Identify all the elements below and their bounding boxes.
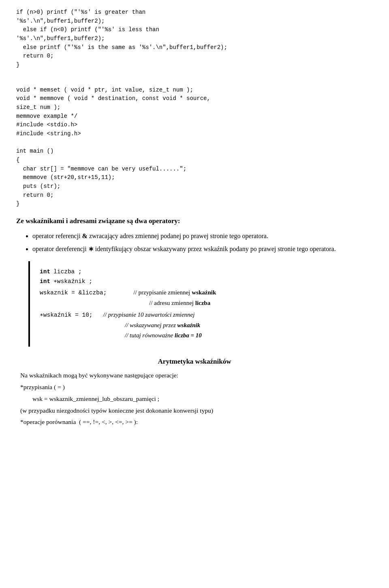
code-wskaznik-eq: wskaznik = &liczba;	[40, 288, 107, 298]
arytmetyka-heading: Arytmetyka wskaźników	[16, 356, 373, 367]
var-wskaznik: ∗wskaźnik ;	[53, 277, 92, 287]
code-line-int-wskaznik: int ∗wskaźnik ;	[40, 277, 365, 287]
code-line-comment-adresu: // adresu zmiennej liczba	[40, 298, 365, 309]
comment-wskaznik-bold: wskaźnik	[192, 288, 216, 298]
arytmetyka-section: Arytmetyka wskaźników Na wskaźnikach mog…	[16, 356, 373, 427]
code-line-deref-assign: ∗wskaźnik = 10; // przypisanie 10 zawart…	[40, 310, 365, 320]
comment-przypisanie: // przypisanie zmiennej	[133, 288, 190, 298]
section-heading: Ze wskaźnikami i adresami związane są dw…	[16, 216, 373, 226]
arytmetyka-porownania: *operacje porównania ( ==, !=, <, >, <=,…	[20, 417, 373, 427]
code-line: if (n>0) printf ("'%s' is greater than '…	[16, 9, 227, 68]
code-line-comment-tutaj: // tutaj równoważne liczba = 10	[40, 330, 365, 341]
comment-adresu: // adresu zmiennej liczba	[149, 298, 210, 309]
comment-wskazywana: // wskazywanej przez wskaźnik	[125, 320, 200, 331]
bullet-list: operator referencji & zwracający adres z…	[32, 231, 373, 254]
keyword-int-1: int	[40, 267, 50, 277]
bullet-item-1: operator referencji & zwracający adres z…	[32, 231, 373, 241]
comment-tutaj: // tutaj równoważne liczba = 10	[125, 330, 202, 341]
code-line-comment-wskazywana: // wskazywanej przez wskaźnik	[40, 320, 365, 331]
code-line: void * memset ( void * ptr, int value, s…	[16, 87, 210, 207]
arytmetyka-niezgodnosc: (w przypadku niezgodności typów konieczn…	[20, 406, 373, 416]
code-line-int-liczba: int liczba ;	[40, 267, 365, 277]
inline-code-box: int liczba ; int ∗wskaźnik ; wskaznik = …	[28, 261, 373, 347]
bullet-item-2: operator dereferencji ∗ identyfikujący o…	[32, 244, 373, 254]
arytmetyka-przypisania: *przypisania ( = )	[20, 382, 373, 392]
arytmetyka-intro: Na wskaźnikach mogą być wykonywane nastę…	[20, 371, 373, 381]
comment-group-1: // przypisanie zmiennej wskaźnik	[133, 288, 365, 298]
code-block-1: if (n>0) printf ("'%s' is greater than '…	[16, 8, 373, 70]
code-block-2: void * memset ( void * ptr, int value, s…	[16, 77, 373, 209]
comment-przypisanie-10: // przypisanie 10 zawartości zmiennej	[103, 310, 195, 320]
arytmetyka-text: Na wskaźnikach mogą być wykonywane nastę…	[20, 371, 373, 427]
keyword-int-2: int	[40, 277, 50, 287]
var-liczba: liczba ;	[53, 267, 82, 277]
code-line-wskaznik-assign: wskaznik = &liczba; // przypisanie zmien…	[40, 288, 365, 298]
code-deref-eq: ∗wskaźnik = 10;	[40, 310, 93, 320]
arytmetyka-wsk: wsk = wskaznik_zmiennej_lub_obszaru_pami…	[32, 394, 373, 404]
